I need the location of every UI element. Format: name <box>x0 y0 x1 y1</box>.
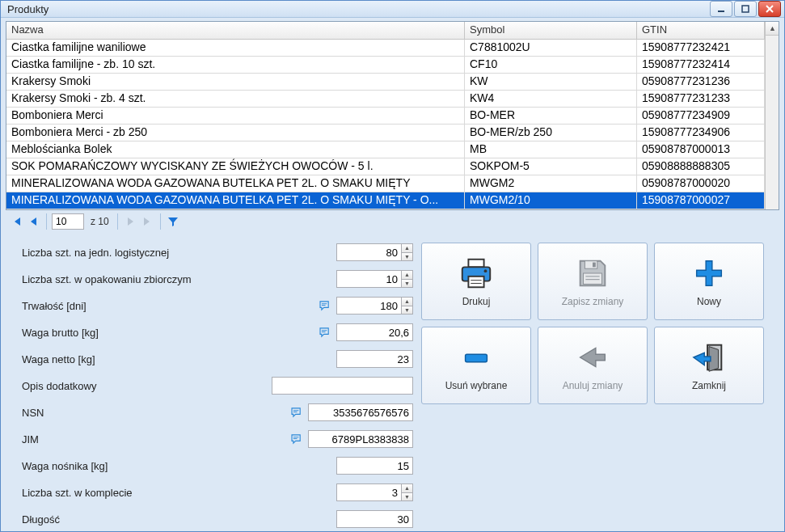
print-button[interactable]: Drukuj <box>421 243 531 320</box>
cell-name: Krakersy Smoki - zb. 4 szt. <box>6 91 465 107</box>
spinner-durability[interactable]: ▲▼ <box>401 297 413 315</box>
grid-scrollbar[interactable]: ▲ <box>765 22 779 209</box>
label-jim: JIM <box>22 433 252 445</box>
cell-name: Bomboniera Merci - zb 250 <box>6 125 465 141</box>
products-grid: Nazwa Symbol GTIN Ciastka familijne wani… <box>6 21 779 210</box>
table-row[interactable]: Bomboniera Merci - zb 250BO-MER/zb 25015… <box>6 125 765 141</box>
close-panel-button[interactable]: Zamknij <box>654 327 764 404</box>
save-label: Zapisz zmiany <box>562 296 624 307</box>
window: Produkty Nazwa Symbol GTIN Ciastka famil… <box>0 0 785 532</box>
label-qty-pack: Liczba szt. w opakowaniu zbiorczym <box>22 273 252 285</box>
filter-icon[interactable] <box>166 214 180 229</box>
cancel-button[interactable]: Anuluj zmiany <box>538 327 648 404</box>
cell-gtin: 05908888888305 <box>637 158 765 175</box>
svg-rect-0 <box>718 11 724 12</box>
pager-last-icon[interactable] <box>141 214 155 229</box>
col-header-gtin[interactable]: GTIN <box>637 22 765 39</box>
pager-next-icon[interactable] <box>123 214 137 229</box>
input-gross-weight[interactable] <box>336 323 413 341</box>
input-qty-logistic[interactable] <box>336 243 401 261</box>
input-qty-pack[interactable] <box>336 270 401 288</box>
cell-gtin: 05908777231236 <box>637 74 765 90</box>
table-row[interactable]: Bomboniera MerciBO-MER05908777234909 <box>6 108 765 125</box>
save-button[interactable]: Zapisz zmiany <box>538 243 648 320</box>
spinner-qty-pack[interactable]: ▲▼ <box>401 270 413 288</box>
table-row[interactable]: Krakersy SmokiKW05908777231236 <box>6 74 765 91</box>
input-durability[interactable] <box>336 297 401 315</box>
hint-icon[interactable] <box>290 433 303 445</box>
floppy-icon <box>573 255 612 291</box>
spinner-qty-set[interactable]: ▲▼ <box>401 483 413 501</box>
form-column: Liczba szt. na jedn. logistycznej ▲▼ Lic… <box>9 238 413 529</box>
svg-rect-9 <box>593 263 596 268</box>
col-header-symbol[interactable]: Symbol <box>465 22 637 39</box>
spinner-qty-logistic[interactable]: ▲▼ <box>401 243 413 261</box>
table-row[interactable]: SOK POMARAŃCZOWY WYCISKANY ZE ŚWIEŻYCH O… <box>6 158 765 175</box>
input-qty-set[interactable] <box>336 483 401 501</box>
pager-prev-icon[interactable] <box>27 214 41 229</box>
table-row[interactable]: Krakersy Smoki - zb. 4 szt.KW41590877723… <box>6 91 765 108</box>
table-row[interactable]: Ciastka familijne - zb. 10 szt.CF1015908… <box>6 57 765 74</box>
cell-symbol: CF10 <box>465 57 637 73</box>
input-net-weight[interactable] <box>336 350 413 368</box>
cell-symbol: MWGM2 <box>465 175 637 192</box>
cell-gtin: 15908777232421 <box>637 40 765 56</box>
cell-name: Meblościanka Bolek <box>6 141 465 158</box>
exit-icon <box>690 340 728 375</box>
hint-icon[interactable] <box>319 299 331 312</box>
pager-first-icon[interactable] <box>9 214 23 229</box>
svg-point-5 <box>484 269 487 272</box>
input-nsn[interactable] <box>308 403 413 421</box>
table-row[interactable]: MINERALIZOWANA WODA GAZOWANA BUTELKA PET… <box>6 175 765 192</box>
close-panel-label: Zamknij <box>692 380 726 391</box>
cell-name: Krakersy Smoki <box>6 74 465 90</box>
cell-gtin: 15908787000027 <box>637 192 765 209</box>
label-extra-desc: Opis dodatkowy <box>22 380 252 392</box>
label-qty-logistic: Liczba szt. na jedn. logistycznej <box>22 247 252 259</box>
cell-symbol: KW4 <box>465 91 637 107</box>
label-durability: Trwałość [dni] <box>22 300 252 312</box>
cell-gtin: 15908777232414 <box>637 57 765 73</box>
col-header-name[interactable]: Nazwa <box>6 22 465 39</box>
svg-rect-10 <box>584 273 602 284</box>
cell-name: MINERALIZOWANA WODA GAZOWANA BUTELKA PET… <box>6 175 465 192</box>
label-length: Długość <box>22 513 252 526</box>
cell-name: Ciastka familijne - zb. 10 szt. <box>6 57 465 73</box>
close-button[interactable] <box>758 1 781 17</box>
cell-gtin: 05908777234909 <box>637 108 765 124</box>
svg-rect-1 <box>742 6 749 12</box>
cell-symbol: BO-MER <box>465 108 637 124</box>
input-jim[interactable] <box>308 430 413 448</box>
cell-gtin: 15908777231233 <box>637 91 765 107</box>
table-row[interactable]: MINERALIZOWANA WODA GAZOWANA BUTELKA PET… <box>6 192 765 209</box>
minimize-button[interactable] <box>710 1 732 17</box>
pager-page-input[interactable] <box>52 213 84 230</box>
content: Liczba szt. na jedn. logistycznej ▲▼ Lic… <box>1 231 784 532</box>
hint-icon[interactable] <box>290 406 303 419</box>
input-extra-desc[interactable] <box>272 377 413 395</box>
maximize-button[interactable] <box>734 1 757 17</box>
printer-icon <box>457 255 496 291</box>
cell-name: Bomboniera Merci <box>6 108 465 124</box>
delete-button[interactable]: Usuń wybrane <box>421 327 531 404</box>
input-length[interactable] <box>336 510 413 528</box>
label-net-weight: Waga netto [kg] <box>22 353 252 365</box>
button-panel: Drukuj Zapisz zmiany <box>421 238 776 529</box>
input-carrier-weight[interactable] <box>336 457 413 475</box>
arrow-left-icon <box>573 340 612 375</box>
cell-symbol: MB <box>465 141 637 158</box>
print-label: Drukuj <box>462 296 491 307</box>
cell-name: SOK POMARAŃCZOWY WYCISKANY ZE ŚWIEŻYCH O… <box>6 158 465 175</box>
svg-rect-2 <box>468 260 483 268</box>
table-row[interactable]: Ciastka familijne wanilioweC7881002U1590… <box>6 40 765 57</box>
table-row[interactable]: Meblościanka BolekMB05908787000013 <box>6 141 765 158</box>
plus-icon <box>690 255 728 291</box>
minus-icon <box>457 340 496 375</box>
label-qty-set: Liczba szt. w komplecie <box>22 487 252 499</box>
hint-icon[interactable] <box>319 326 331 339</box>
new-label: Nowy <box>697 296 721 307</box>
window-title: Produkty <box>7 3 710 15</box>
delete-label: Usuń wybrane <box>445 380 508 391</box>
cell-gtin: 15908777234906 <box>637 125 765 141</box>
new-button[interactable]: Nowy <box>654 243 764 320</box>
